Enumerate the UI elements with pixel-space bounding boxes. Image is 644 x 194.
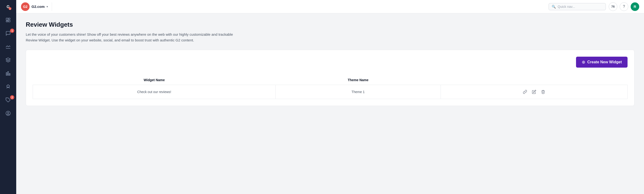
widget-panel: ⊕ Create New Widget Widget Name Theme Na… <box>26 50 634 106</box>
sidebar-item-ai[interactable] <box>0 80 16 93</box>
messages-badge: 1 <box>10 29 14 33</box>
svg-rect-4 <box>6 18 8 20</box>
col-actions <box>440 75 628 85</box>
svg-marker-9 <box>6 58 10 60</box>
widget-panel-header: ⊕ Create New Widget <box>33 57 628 68</box>
sidebar: G 2 1 <box>0 0 16 194</box>
row-actions-group <box>444 89 624 95</box>
user-avatar[interactable]: R <box>631 2 639 11</box>
integrations-badge: 2 <box>10 95 14 99</box>
search-placeholder: Quick nav... <box>558 5 575 8</box>
svg-point-19 <box>8 112 9 113</box>
sidebar-item-integrations[interactable]: 2 <box>0 93 16 107</box>
svg-rect-6 <box>8 20 10 22</box>
page-title: Review Widgets <box>26 21 634 28</box>
sidebar-item-analytics[interactable] <box>0 40 16 53</box>
sidebar-item-profile[interactable] <box>0 107 16 120</box>
svg-rect-10 <box>6 73 7 75</box>
create-widget-plus-icon: ⊕ <box>582 60 585 65</box>
sidebar-logo[interactable]: G 2 <box>0 0 16 13</box>
search-bar[interactable]: 🔍 Quick nav... <box>548 3 606 10</box>
svg-rect-12 <box>9 74 10 75</box>
help-button[interactable]: ? <box>620 2 628 11</box>
col-theme-name: Theme Name <box>276 75 440 85</box>
notification-count: 76 <box>611 5 615 8</box>
cell-row-actions <box>440 85 628 99</box>
search-icon: 🔍 <box>552 5 556 8</box>
edit-button[interactable] <box>531 89 537 95</box>
svg-rect-7 <box>6 21 8 22</box>
create-widget-label: Create New Widget <box>587 60 622 64</box>
topbar-actions: 76 ? R <box>609 2 639 11</box>
page-description: Let the voice of your customers shine! S… <box>26 32 240 43</box>
sidebar-item-messages[interactable]: 1 <box>0 27 16 40</box>
sidebar-item-layers[interactable] <box>0 53 16 67</box>
create-widget-button[interactable]: ⊕ Create New Widget <box>576 57 628 68</box>
help-icon: ? <box>623 4 625 9</box>
sidebar-item-chart[interactable] <box>0 67 16 80</box>
avatar-letter: R <box>634 4 636 8</box>
brand-logo: G2 <box>21 2 30 11</box>
brand-name: G2.com <box>32 4 44 8</box>
cell-widget-name: Check out our reviews! <box>33 85 276 99</box>
col-widget-name: Widget Name <box>33 75 276 85</box>
delete-button[interactable] <box>540 89 546 95</box>
topbar: G2 G2.com ▾ 🔍 Quick nav... 76 ? R <box>16 0 644 13</box>
main-wrapper: G2 G2.com ▾ 🔍 Quick nav... 76 ? R Review… <box>16 0 644 194</box>
topbar-brand[interactable]: G2 G2.com ▾ <box>21 2 52 11</box>
sidebar-item-home[interactable] <box>0 13 16 27</box>
notification-button[interactable]: 76 <box>609 2 617 11</box>
widget-table: Widget Name Theme Name Check out our rev… <box>33 75 628 99</box>
main-content: Review Widgets Let the voice of your cus… <box>16 13 644 194</box>
table-row: Check out our reviews! Theme 1 <box>33 85 628 99</box>
brand-chevron: ▾ <box>46 5 48 8</box>
svg-rect-5 <box>8 18 10 19</box>
copy-link-button[interactable] <box>522 89 528 95</box>
svg-point-18 <box>6 111 10 115</box>
cell-theme-name: Theme 1 <box>276 85 440 99</box>
svg-rect-11 <box>8 72 8 76</box>
svg-text:2: 2 <box>10 8 11 10</box>
